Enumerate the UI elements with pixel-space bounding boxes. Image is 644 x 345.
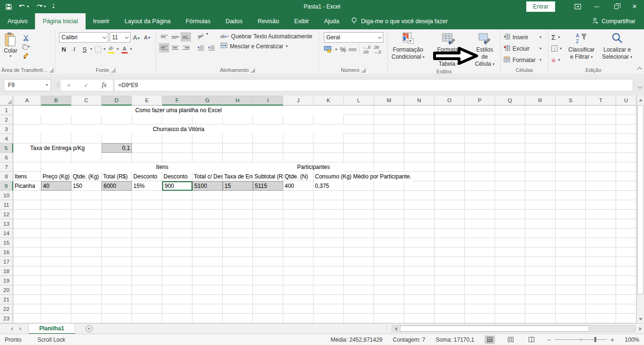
row-header-18[interactable]: 18 <box>0 266 13 276</box>
zoom-slider-thumb[interactable] <box>594 337 596 342</box>
horizontal-scrollbar[interactable] <box>392 325 635 332</box>
column-header-J[interactable]: J <box>283 96 313 106</box>
cell-I8[interactable]: Subtotal (R$) <box>253 172 283 181</box>
minimize-button[interactable] <box>587 0 606 13</box>
column-header-Q[interactable]: Q <box>495 96 525 106</box>
ribbon-display-options-icon[interactable] <box>568 0 587 13</box>
accounting-format-icon[interactable] <box>324 46 332 54</box>
orientation-icon[interactable]: ab <box>195 32 206 42</box>
column-header-L[interactable]: L <box>344 96 374 106</box>
cancel-icon[interactable]: × <box>67 82 71 89</box>
font-family-select[interactable]: Calibri <box>59 32 108 43</box>
cell-D8[interactable]: Total (R$) <box>102 172 132 181</box>
increase-indent-icon[interactable] <box>206 43 217 53</box>
tab-f-rmulas[interactable]: Fórmulas <box>178 13 218 29</box>
cell-D5[interactable]: 0,1 <box>102 143 132 153</box>
decrease-decimal-icon[interactable]: ,00→,0 <box>374 45 382 54</box>
row-header-8[interactable]: 8 <box>0 172 13 181</box>
row-header-17[interactable]: 17 <box>0 257 13 266</box>
font-size-select[interactable]: 11 <box>110 32 131 43</box>
cell-B7[interactable]: Itens <box>41 162 283 172</box>
tab-layout-da-p-gina[interactable]: Layout da Página <box>117 13 178 29</box>
cell-G9[interactable]: 5100 <box>192 181 223 191</box>
tab-arquivo[interactable]: Arquivo <box>0 13 35 29</box>
underline-button[interactable]: S <box>80 44 89 54</box>
column-header-R[interactable]: R <box>525 96 556 106</box>
cell-I9[interactable]: 5115 <box>253 181 283 191</box>
next-sheet-icon[interactable] <box>19 326 22 332</box>
cell-E9[interactable]: 15% <box>132 181 146 191</box>
format-as-table-button[interactable]: Formatar como Tabela▾ <box>427 31 470 69</box>
row-header-4[interactable]: 4 <box>0 134 13 143</box>
column-header-T[interactable]: T <box>586 96 616 106</box>
cell-A5[interactable]: Taxa de Entrega p/Kg <box>13 143 102 153</box>
scroll-right-icon[interactable] <box>637 325 644 332</box>
column-header-U[interactable]: U <box>616 96 636 106</box>
zoom-slider[interactable] <box>555 339 607 340</box>
row-header-16[interactable]: 16 <box>0 248 13 257</box>
cell-A1[interactable]: Como fazer uma planilha no Excel <box>13 106 344 115</box>
row-header-11[interactable]: 11 <box>0 200 13 210</box>
fill-color-dropdown[interactable]: ▾ <box>117 47 119 51</box>
horizontal-scrollbar-thumb[interactable] <box>400 326 589 332</box>
increase-decimal-icon[interactable]: ←,0,00 <box>359 45 371 54</box>
prev-sheet-icon[interactable] <box>10 326 13 332</box>
alignment-dialog-launcher[interactable] <box>251 68 255 72</box>
align-center-icon[interactable] <box>170 43 180 53</box>
sheet-tab-planilha1[interactable]: Planilha1 <box>28 324 75 334</box>
font-color-dropdown[interactable]: ▾ <box>130 47 132 51</box>
redo-icon[interactable]: ▾ <box>35 4 46 10</box>
bold-button[interactable]: N <box>59 44 69 54</box>
clear-button[interactable]: ◆▾ <box>551 55 562 65</box>
save-icon[interactable] <box>6 4 12 10</box>
tab-inserir[interactable]: Inserir <box>86 13 117 29</box>
view-page-layout-icon[interactable] <box>505 336 516 344</box>
tab-splitter[interactable]: ⋮ <box>384 325 389 331</box>
row-header-21[interactable]: 21 <box>0 295 13 304</box>
row-header-20[interactable]: 20 <box>0 285 13 295</box>
cell-J7[interactable]: Participantes <box>283 162 344 172</box>
increase-font-icon[interactable]: A▲ <box>132 33 141 42</box>
cell-F9[interactable]: 900 <box>162 181 192 191</box>
clipboard-dialog-launcher[interactable] <box>49 68 53 72</box>
select-all-button[interactable] <box>0 96 13 106</box>
column-header-F[interactable]: F <box>162 96 192 106</box>
font-color-icon[interactable]: A <box>120 44 129 54</box>
cell-E8[interactable]: Desconto <box>132 172 162 181</box>
cell-B9[interactable]: 40 <box>41 181 71 191</box>
cell-styles-button[interactable]: Estilos de Célula▾ <box>470 31 499 69</box>
fill-color-icon[interactable] <box>106 44 116 54</box>
column-header-A[interactable]: A <box>13 96 41 106</box>
cut-icon[interactable] <box>22 34 30 42</box>
comma-style-icon[interactable]: 000 <box>348 47 357 52</box>
customize-qat-icon[interactable]: ▾ <box>52 4 54 9</box>
underline-dropdown[interactable]: ▾ <box>90 47 92 51</box>
zoom-in-icon[interactable]: + <box>610 336 614 344</box>
row-header-12[interactable]: 12 <box>0 210 13 219</box>
row-header-22[interactable]: 22 <box>0 304 13 314</box>
fill-button[interactable]: ↓▾ <box>551 44 562 53</box>
accounting-format-dropdown[interactable]: ▾ <box>335 48 337 52</box>
paste-button[interactable]: Colar ▾ <box>1 31 20 59</box>
row-header-15[interactable]: 15 <box>0 238 13 248</box>
row-header-2[interactable]: 2 <box>0 115 13 124</box>
align-middle-icon[interactable] <box>170 32 180 42</box>
row-header-10[interactable]: 10 <box>0 191 13 200</box>
row-header-14[interactable]: 14 <box>0 229 13 238</box>
row-header-23[interactable]: 23 <box>0 314 13 323</box>
tab-dados[interactable]: Dados <box>218 13 250 29</box>
cell-K9[interactable]: 0,375 <box>313 181 331 191</box>
scroll-down-icon[interactable] <box>638 316 644 322</box>
share-button[interactable]: Compartilhar <box>592 13 644 29</box>
column-header-O[interactable]: O <box>435 96 465 106</box>
vertical-scrollbar-thumb[interactable] <box>637 105 644 294</box>
number-format-select[interactable]: Geral <box>324 32 383 43</box>
align-bottom-icon[interactable] <box>181 32 191 42</box>
sign-in-button[interactable]: Entrar <box>526 1 555 12</box>
cell-C9[interactable]: 150 <box>71 181 84 191</box>
cell-H9[interactable]: 15 <box>223 181 253 191</box>
percent-style-icon[interactable]: % <box>340 46 346 53</box>
column-header-D[interactable]: D <box>102 96 132 106</box>
view-normal-icon[interactable] <box>485 336 495 344</box>
copy-icon[interactable]: ▾ <box>22 43 30 51</box>
